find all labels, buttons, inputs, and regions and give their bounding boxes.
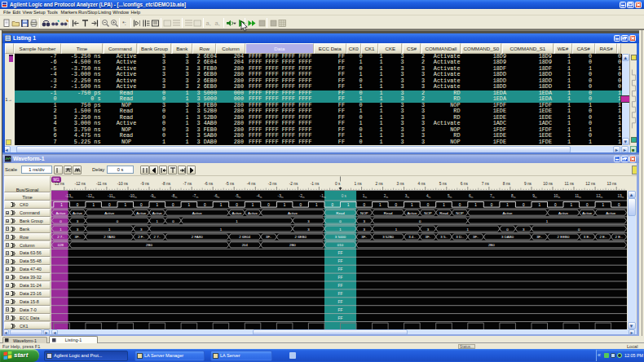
svg-text:Active: Active (503, 211, 514, 215)
svg-text:0: 0 (299, 203, 302, 207)
svg-text:FF: FF (338, 267, 343, 272)
svg-text:3F..: 3F.. (266, 235, 271, 239)
svg-text:Active: Active (55, 211, 66, 215)
svg-text:a,: a, (215, 20, 220, 27)
svg-text:11 ns: 11 ns (565, 182, 575, 186)
svg-text:0: 0 (491, 203, 493, 207)
svg-text:-2 ns: -2 ns (289, 182, 298, 186)
svg-text:1: 1 (571, 203, 573, 207)
svg-text:Active: Active (232, 211, 243, 215)
svg-text:2 6EB0: 2 6EB0 (294, 235, 307, 239)
svg-text:3 DAB0: 3 DAB0 (501, 235, 514, 239)
svg-text:Active: Active (288, 211, 298, 215)
svg-text:0: 0 (618, 203, 620, 207)
svg-text:3 5..: 3 5.. (440, 235, 448, 239)
svg-text:1: 1 (188, 203, 191, 207)
svg-text:1: 1 (315, 203, 318, 207)
svg-text:8 ns: 8 ns (503, 182, 511, 186)
svg-text:0: 0 (108, 203, 111, 207)
svg-text:2 7A80: 2 7A80 (104, 235, 115, 239)
svg-text:0: 0 (236, 203, 238, 207)
svg-text:0: 0 (523, 203, 525, 207)
svg-text:FF: FF (338, 316, 343, 320)
svg-text:0: 0 (140, 203, 143, 207)
svg-text:-8 ns: -8 ns (161, 182, 170, 186)
svg-text:a,: a, (206, 20, 211, 27)
svg-text:2B0: 2B0 (146, 243, 152, 247)
svg-text:-7 ns: -7 ns (183, 182, 192, 186)
svg-text:1: 1 (506, 203, 509, 207)
svg-text:2B0: 2B0 (488, 243, 495, 247)
svg-text:2 6E04: 2 6E04 (239, 235, 250, 239)
svg-text:Active: Active (407, 211, 417, 215)
svg-text:Active: Active (606, 211, 616, 215)
svg-text:Active: Active (192, 211, 203, 215)
svg-text:1: 1 (157, 203, 159, 207)
svg-text:0 s: 0 s (335, 182, 341, 186)
svg-text:1: 1 (252, 203, 254, 207)
svg-text:3 D..: 3 D.. (456, 235, 463, 239)
svg-text:-10 ns: -10 ns (117, 182, 129, 186)
svg-text:-3 ns: -3 ns (268, 182, 277, 186)
svg-text:NOP: NOP (424, 211, 432, 215)
svg-text:3 4..: 3 4.. (408, 235, 416, 239)
svg-text:3 E..: 3 E.. (584, 235, 591, 239)
svg-text:2 ns: 2 ns (376, 182, 384, 186)
svg-text:1: 1 (602, 203, 605, 207)
svg-text:2 EEB0: 2 EEB0 (558, 235, 570, 239)
svg-text:1: 1 (284, 203, 286, 207)
svg-text:0: 0 (586, 203, 589, 207)
svg-text:204: 204 (242, 243, 249, 247)
svg-text:FF: FF (338, 300, 343, 304)
svg-text:1 ns: 1 ns (355, 182, 363, 186)
svg-text:Read: Read (384, 211, 393, 215)
svg-text:0: 0 (554, 203, 557, 207)
svg-text:2B0: 2B0 (289, 243, 296, 247)
svg-text:1: 1 (379, 203, 382, 207)
svg-text:3F..: 3F.. (473, 235, 479, 239)
svg-text:-11 ns: -11 ns (96, 182, 108, 186)
svg-text:0: 0 (427, 203, 430, 207)
svg-text:4 ns: 4 ns (418, 182, 426, 186)
svg-text:FF: FF (338, 284, 343, 288)
svg-text:FF: FF (338, 259, 343, 263)
svg-text:1: 1 (347, 203, 350, 207)
svg-text:3 ns: 3 ns (397, 182, 405, 186)
svg-text:1: 1 (443, 203, 445, 207)
svg-text:3F..: 3F.. (425, 235, 430, 239)
svg-text:2 7..: 2 7.. (57, 235, 64, 239)
svg-text:1: 1 (124, 203, 126, 207)
svg-text:Active: Active (582, 211, 593, 215)
svg-text:-9 ns: -9 ns (140, 182, 149, 186)
svg-text:0: 0 (364, 203, 366, 207)
svg-text:1: 1 (92, 203, 95, 207)
svg-text:0: 0 (77, 203, 79, 207)
svg-text:*:: *: (122, 20, 126, 26)
svg-text:NOP: NOP (360, 211, 368, 215)
svg-text:-6 ns: -6 ns (205, 182, 214, 186)
svg-text:3F..: 3F.. (75, 235, 81, 239)
svg-text:028: 028 (58, 243, 64, 247)
svg-text:1: 1 (538, 203, 540, 207)
svg-text:Active: Active (248, 211, 258, 215)
svg-text:0 s: 0 s (342, 194, 347, 198)
svg-text:-13 ns: -13 ns (53, 182, 64, 186)
svg-text:Read: Read (336, 211, 345, 215)
svg-text:010: 010 (337, 243, 344, 247)
svg-text:-1 ns: -1 ns (311, 182, 320, 186)
svg-text:10 ns: 10 ns (543, 182, 553, 186)
svg-text:0: 0 (172, 203, 174, 207)
svg-text:2 E..: 2 E.. (615, 235, 623, 239)
svg-text:0: 0 (395, 203, 398, 207)
svg-text:3F..: 3F.. (361, 235, 367, 239)
svg-text:3 52B0: 3 52B0 (382, 235, 394, 239)
svg-text:Active: Active (558, 211, 569, 215)
svg-text:13 ns: 13 ns (607, 182, 616, 186)
svg-text:Active: Active (73, 211, 83, 215)
svg-text:0: 0 (459, 203, 461, 207)
svg-text:1: 1 (411, 203, 413, 207)
svg-text:1: 1 (474, 203, 477, 207)
svg-text:0: 0 (267, 203, 270, 207)
svg-text:NOP: NOP (456, 211, 464, 215)
svg-text:7 ns: 7 ns (482, 182, 490, 186)
